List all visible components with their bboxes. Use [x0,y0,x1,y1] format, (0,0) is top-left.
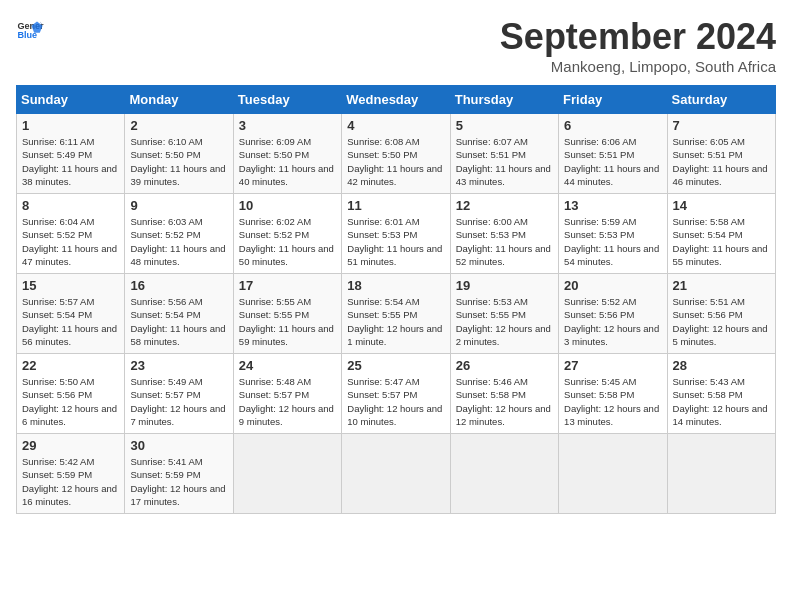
page-header: General Blue September 2024 Mankoeng, Li… [16,16,776,75]
day-number: 24 [239,358,336,373]
day-info: Sunrise: 6:03 AMSunset: 5:52 PMDaylight:… [130,215,227,268]
day-number: 21 [673,278,770,293]
calendar-day: 23Sunrise: 5:49 AMSunset: 5:57 PMDayligh… [125,354,233,434]
day-info: Sunrise: 5:50 AMSunset: 5:56 PMDaylight:… [22,375,119,428]
day-number: 14 [673,198,770,213]
calendar-day: 7Sunrise: 6:05 AMSunset: 5:51 PMDaylight… [667,114,775,194]
day-info: Sunrise: 5:59 AMSunset: 5:53 PMDaylight:… [564,215,661,268]
calendar-day: 9Sunrise: 6:03 AMSunset: 5:52 PMDaylight… [125,194,233,274]
day-number: 26 [456,358,553,373]
day-info: Sunrise: 6:02 AMSunset: 5:52 PMDaylight:… [239,215,336,268]
day-info: Sunrise: 6:11 AMSunset: 5:49 PMDaylight:… [22,135,119,188]
calendar-day: 14Sunrise: 5:58 AMSunset: 5:54 PMDayligh… [667,194,775,274]
day-info: Sunrise: 5:47 AMSunset: 5:57 PMDaylight:… [347,375,444,428]
day-info: Sunrise: 5:56 AMSunset: 5:54 PMDaylight:… [130,295,227,348]
day-number: 20 [564,278,661,293]
day-number: 17 [239,278,336,293]
month-title: September 2024 [500,16,776,58]
calendar-week-row: 29Sunrise: 5:42 AMSunset: 5:59 PMDayligh… [17,434,776,514]
location-subtitle: Mankoeng, Limpopo, South Africa [500,58,776,75]
day-number: 9 [130,198,227,213]
calendar-week-row: 8Sunrise: 6:04 AMSunset: 5:52 PMDaylight… [17,194,776,274]
day-info: Sunrise: 5:57 AMSunset: 5:54 PMDaylight:… [22,295,119,348]
calendar-week-row: 1Sunrise: 6:11 AMSunset: 5:49 PMDaylight… [17,114,776,194]
calendar-day: 20Sunrise: 5:52 AMSunset: 5:56 PMDayligh… [559,274,667,354]
calendar-week-row: 22Sunrise: 5:50 AMSunset: 5:56 PMDayligh… [17,354,776,434]
day-info: Sunrise: 5:53 AMSunset: 5:55 PMDaylight:… [456,295,553,348]
day-number: 23 [130,358,227,373]
calendar-day: 15Sunrise: 5:57 AMSunset: 5:54 PMDayligh… [17,274,125,354]
calendar-day: 25Sunrise: 5:47 AMSunset: 5:57 PMDayligh… [342,354,450,434]
day-number: 2 [130,118,227,133]
day-number: 6 [564,118,661,133]
calendar-day [450,434,558,514]
calendar-day: 10Sunrise: 6:02 AMSunset: 5:52 PMDayligh… [233,194,341,274]
calendar-day: 12Sunrise: 6:00 AMSunset: 5:53 PMDayligh… [450,194,558,274]
day-number: 27 [564,358,661,373]
day-info: Sunrise: 5:49 AMSunset: 5:57 PMDaylight:… [130,375,227,428]
day-info: Sunrise: 5:51 AMSunset: 5:56 PMDaylight:… [673,295,770,348]
calendar-day [667,434,775,514]
calendar-day: 19Sunrise: 5:53 AMSunset: 5:55 PMDayligh… [450,274,558,354]
day-number: 16 [130,278,227,293]
day-info: Sunrise: 5:54 AMSunset: 5:55 PMDaylight:… [347,295,444,348]
calendar-body: 1Sunrise: 6:11 AMSunset: 5:49 PMDaylight… [17,114,776,514]
day-info: Sunrise: 6:06 AMSunset: 5:51 PMDaylight:… [564,135,661,188]
day-info: Sunrise: 6:09 AMSunset: 5:50 PMDaylight:… [239,135,336,188]
day-info: Sunrise: 5:48 AMSunset: 5:57 PMDaylight:… [239,375,336,428]
header-monday: Monday [125,86,233,114]
day-info: Sunrise: 5:46 AMSunset: 5:58 PMDaylight:… [456,375,553,428]
calendar-day: 6Sunrise: 6:06 AMSunset: 5:51 PMDaylight… [559,114,667,194]
header-thursday: Thursday [450,86,558,114]
calendar-week-row: 15Sunrise: 5:57 AMSunset: 5:54 PMDayligh… [17,274,776,354]
day-info: Sunrise: 5:52 AMSunset: 5:56 PMDaylight:… [564,295,661,348]
day-number: 8 [22,198,119,213]
logo-icon: General Blue [16,16,44,44]
calendar-day: 8Sunrise: 6:04 AMSunset: 5:52 PMDaylight… [17,194,125,274]
day-number: 25 [347,358,444,373]
calendar-day: 21Sunrise: 5:51 AMSunset: 5:56 PMDayligh… [667,274,775,354]
day-number: 30 [130,438,227,453]
calendar-day [233,434,341,514]
day-info: Sunrise: 5:58 AMSunset: 5:54 PMDaylight:… [673,215,770,268]
calendar-day [559,434,667,514]
calendar-day: 2Sunrise: 6:10 AMSunset: 5:50 PMDaylight… [125,114,233,194]
calendar-table: Sunday Monday Tuesday Wednesday Thursday… [16,85,776,514]
day-info: Sunrise: 6:01 AMSunset: 5:53 PMDaylight:… [347,215,444,268]
day-number: 7 [673,118,770,133]
day-info: Sunrise: 6:00 AMSunset: 5:53 PMDaylight:… [456,215,553,268]
day-number: 3 [239,118,336,133]
day-info: Sunrise: 5:55 AMSunset: 5:55 PMDaylight:… [239,295,336,348]
day-info: Sunrise: 6:04 AMSunset: 5:52 PMDaylight:… [22,215,119,268]
day-info: Sunrise: 6:08 AMSunset: 5:50 PMDaylight:… [347,135,444,188]
calendar-day: 26Sunrise: 5:46 AMSunset: 5:58 PMDayligh… [450,354,558,434]
calendar-day: 17Sunrise: 5:55 AMSunset: 5:55 PMDayligh… [233,274,341,354]
calendar-day: 13Sunrise: 5:59 AMSunset: 5:53 PMDayligh… [559,194,667,274]
calendar-day: 28Sunrise: 5:43 AMSunset: 5:58 PMDayligh… [667,354,775,434]
day-number: 13 [564,198,661,213]
calendar-day: 11Sunrise: 6:01 AMSunset: 5:53 PMDayligh… [342,194,450,274]
calendar-day: 1Sunrise: 6:11 AMSunset: 5:49 PMDaylight… [17,114,125,194]
day-number: 10 [239,198,336,213]
day-number: 15 [22,278,119,293]
calendar-day: 30Sunrise: 5:41 AMSunset: 5:59 PMDayligh… [125,434,233,514]
calendar-day [342,434,450,514]
calendar-day: 29Sunrise: 5:42 AMSunset: 5:59 PMDayligh… [17,434,125,514]
calendar-day: 18Sunrise: 5:54 AMSunset: 5:55 PMDayligh… [342,274,450,354]
day-info: Sunrise: 5:45 AMSunset: 5:58 PMDaylight:… [564,375,661,428]
day-number: 19 [456,278,553,293]
header-friday: Friday [559,86,667,114]
day-info: Sunrise: 5:41 AMSunset: 5:59 PMDaylight:… [130,455,227,508]
day-number: 22 [22,358,119,373]
day-info: Sunrise: 5:43 AMSunset: 5:58 PMDaylight:… [673,375,770,428]
header-tuesday: Tuesday [233,86,341,114]
day-number: 18 [347,278,444,293]
calendar-day: 4Sunrise: 6:08 AMSunset: 5:50 PMDaylight… [342,114,450,194]
calendar-day: 27Sunrise: 5:45 AMSunset: 5:58 PMDayligh… [559,354,667,434]
day-number: 1 [22,118,119,133]
day-number: 4 [347,118,444,133]
day-info: Sunrise: 5:42 AMSunset: 5:59 PMDaylight:… [22,455,119,508]
day-info: Sunrise: 6:07 AMSunset: 5:51 PMDaylight:… [456,135,553,188]
calendar-day: 16Sunrise: 5:56 AMSunset: 5:54 PMDayligh… [125,274,233,354]
title-section: September 2024 Mankoeng, Limpopo, South … [500,16,776,75]
